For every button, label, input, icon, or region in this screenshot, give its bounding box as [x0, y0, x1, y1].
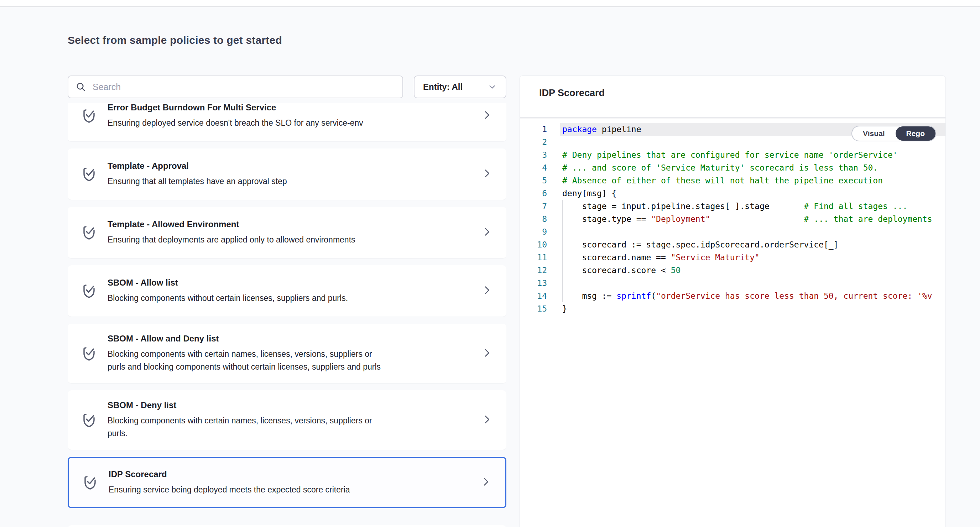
chevron-right-icon [482, 413, 492, 427]
code-text: package pipeline [558, 123, 641, 136]
chevron-right-icon [482, 347, 492, 360]
line-number: 4 [520, 161, 558, 174]
code-text: scorecard.name == "Service Maturity" [558, 251, 760, 264]
code-line[interactable]: 8 stage.type == "Deployment" # ... that … [520, 213, 945, 225]
line-number: 10 [520, 238, 558, 251]
chevron-right-icon [480, 476, 491, 489]
policy-title: SBOM - Deny list [108, 400, 473, 410]
shield-check-icon [80, 411, 98, 429]
policy-description: Ensuring that all templates have an appr… [108, 175, 473, 188]
code-line[interactable]: 7 stage = input.pipeline.stages[_].stage… [520, 200, 945, 213]
policy-description: Blocking components with certain names, … [108, 347, 473, 373]
policy-title: SBOM - Allow list [108, 278, 473, 288]
shield-check-icon [80, 224, 98, 241]
policy-card[interactable]: Template - Approval Ensuring that all te… [68, 148, 506, 200]
code-text: stage = input.pipeline.stages[_].stage #… [558, 200, 907, 213]
chevron-right-icon [482, 109, 492, 123]
code-line[interactable]: 14 msg := sprintf("orderService has scor… [520, 290, 945, 303]
policy-list: Error Budget Burndown For Multi Service … [68, 103, 506, 527]
view-toggle: Visual Rego [851, 126, 936, 142]
chevron-right-icon [482, 226, 492, 239]
line-number: 13 [520, 277, 558, 290]
policy-title: Template - Allowed Environment [108, 219, 473, 229]
line-number: 1 [520, 123, 558, 136]
policy-card[interactable]: IDP Scorecard Ensuring service being dep… [68, 457, 506, 508]
code-text: # Absence of either of these will not ha… [558, 174, 883, 187]
page-root: Select from sample policies to get start… [0, 0, 980, 527]
code-line[interactable]: 13 [520, 277, 945, 290]
code-text: } [558, 303, 567, 315]
policy-description: Blocking components without certain lice… [108, 291, 473, 304]
code-text: # Deny pipelines that are configured for… [558, 148, 898, 161]
detail-panel: IDP Scorecard Visual Rego 1package pipel… [520, 75, 946, 527]
code-line[interactable]: 5# Absence of either of these will not h… [520, 174, 945, 187]
entity-filter-button[interactable]: Entity: All [414, 75, 506, 98]
policy-card[interactable]: SBOM - Deny list Blocking components wit… [68, 390, 506, 450]
search-input[interactable] [92, 82, 395, 92]
policy-title: Template - Approval [108, 161, 473, 171]
code-text: deny[msg] { [558, 187, 616, 200]
entity-filter-label: Entity: All [423, 82, 463, 92]
code-line[interactable]: 3# Deny pipelines that are configured fo… [520, 148, 945, 161]
policy-description: Ensuring that deployments are applied on… [108, 233, 473, 246]
line-number: 3 [520, 148, 558, 161]
chevron-right-icon [482, 167, 492, 181]
code-text: scorecard := stage.spec.idpScorecard.ord… [558, 238, 838, 251]
search-icon [75, 81, 86, 92]
policy-title: Error Budget Burndown For Multi Service [108, 103, 473, 113]
line-number: 14 [520, 290, 558, 303]
shield-check-icon [80, 282, 98, 300]
code-text [558, 277, 562, 290]
top-bar [0, 0, 980, 7]
policy-card[interactable]: SBOM - Allow list Blocking components wi… [68, 265, 506, 317]
line-number: 6 [520, 187, 558, 200]
code-text: scorecard.score < 50 [558, 264, 681, 277]
next-card-sliver [68, 525, 506, 527]
policy-description: Ensuring service being deployed meets th… [108, 483, 472, 496]
toggle-option-visual[interactable]: Visual [852, 126, 895, 141]
code-line[interactable]: 6deny[msg] { [520, 187, 945, 200]
line-number: 8 [520, 213, 558, 225]
line-number: 7 [520, 200, 558, 213]
code-line[interactable]: 11 scorecard.name == "Service Maturity" [520, 251, 945, 264]
code-text: msg := sprintf("orderService has score l… [558, 290, 932, 303]
search-box [68, 75, 403, 98]
code-text: stage.type == "Deployment" # ... that ar… [558, 213, 932, 225]
shield-check-icon [80, 165, 98, 183]
code-text [558, 136, 562, 148]
policy-title: SBOM - Allow and Deny list [108, 334, 473, 344]
chevron-right-icon [482, 284, 492, 298]
shield-check-icon [81, 474, 99, 491]
chevron-down-icon [487, 82, 497, 92]
policy-card[interactable]: Error Budget Burndown For Multi Service … [68, 103, 506, 142]
shield-check-icon [80, 345, 98, 363]
code-text: # ... and score of 'Service Maturity' sc… [558, 161, 878, 174]
code-editor[interactable]: 1package pipeline23# Deny pipelines that… [520, 118, 945, 315]
code-line[interactable]: 15} [520, 303, 945, 315]
policy-description: Blocking components with certain names, … [108, 414, 473, 440]
line-number: 11 [520, 251, 558, 264]
detail-title: IDP Scorecard [539, 88, 945, 99]
detail-header: IDP Scorecard [520, 76, 945, 118]
shield-check-icon [80, 107, 98, 125]
toggle-option-rego[interactable]: Rego [896, 126, 936, 141]
policy-title: IDP Scorecard [108, 469, 472, 479]
code-line[interactable]: 12 scorecard.score < 50 [520, 264, 945, 277]
policy-card[interactable]: SBOM - Allow and Deny list Blocking comp… [68, 324, 506, 383]
line-number: 12 [520, 264, 558, 277]
code-line[interactable]: 9 [520, 225, 945, 238]
line-number: 15 [520, 303, 558, 315]
line-number: 5 [520, 174, 558, 187]
policy-card[interactable]: Template - Allowed Environment Ensuring … [68, 207, 506, 258]
code-text [558, 225, 562, 238]
code-line[interactable]: 10 scorecard := stage.spec.idpScorecard.… [520, 238, 945, 251]
policy-description: Ensuring deployed service doesn't breach… [108, 116, 473, 129]
policy-browser: Entity: All Error Budget Burndown For Mu… [68, 36, 506, 527]
code-line[interactable]: 4# ... and score of 'Service Maturity' s… [520, 161, 945, 174]
line-number: 2 [520, 136, 558, 148]
line-number: 9 [520, 225, 558, 238]
